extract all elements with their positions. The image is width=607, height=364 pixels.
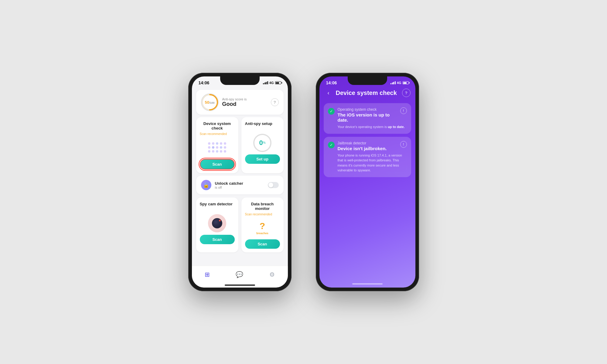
os-check-info-button[interactable]: ! [400,107,407,114]
device-system-scan-button[interactable]: Scan [200,159,235,170]
jailbreak-info-button[interactable]: ! [400,141,407,148]
jailbreak-description: Your phone is running iOS 17.4.1, a vers… [338,153,407,173]
jailbreak-card: ✓ Jailbreak detector Device isn't jailbr… [324,137,411,177]
score-circle: 50/100 [201,93,219,111]
phone-2-screen: 14:06 4G ‹ Device system check ? [319,76,415,288]
status-icons-1: 4G [263,81,281,85]
phone-1-notch [220,76,260,85]
phone-2: 14:06 4G ‹ Device system check ? [316,73,419,291]
device-system-subtitle: Scan recommended [200,132,227,136]
anti-spy-title: Anti-spy setup [245,121,272,126]
os-check-icon: ✓ [328,108,335,115]
home-icon: ⊞ [205,271,210,278]
nav-chat[interactable]: 💬 [236,271,243,278]
time-2: 14:06 [326,80,337,85]
score-info: Anti-spy score is Good [222,97,267,107]
os-check-card: ✓ Operating system check The iOS version… [324,103,411,134]
anti-spy-setup-button[interactable]: Set up [245,154,280,164]
chat-icon: 💬 [236,271,243,278]
jailbreak-icon: ✓ [328,142,335,148]
phone-2-notch [348,76,387,85]
os-check-type: Operating system check [338,107,397,112]
detail-header: ‹ Device system check ? [319,87,415,101]
anti-spy-icon: 0% [252,133,273,153]
spy-cam-title: Spy cam detector [200,202,233,206]
battery-icon-1 [275,81,281,84]
signal-icon [263,81,268,84]
battery-icon-2 [403,81,409,84]
check-cards: ✓ Operating system check The iOS version… [319,101,415,180]
top-cards-grid: Device system check Scan recommended [196,117,284,173]
home-bar-2 [352,283,383,285]
device-system-title: Device system check [200,121,235,130]
unlock-title: Unlock catcher [215,181,264,186]
spy-cam-scan-button[interactable]: Scan [200,235,235,244]
score-card: 50/100 Anti-spy score is Good ? [196,90,284,115]
device-system-card[interactable]: Device system check Scan recommended [196,117,238,173]
time-1: 14:06 [199,80,210,85]
bottom-nav: ⊞ 💬 ⚙ [192,266,288,288]
nav-settings[interactable]: ⚙ [269,271,275,278]
anti-spy-subtitle [245,128,246,131]
home-bar [225,285,255,286]
settings-icon: ⚙ [269,271,275,278]
data-breach-scan-button[interactable]: Scan [245,239,280,249]
data-breach-card[interactable]: Data breach monitor Scan recommended ? b… [241,197,284,252]
score-grade: Good [222,101,267,107]
network-label-1: 4G [269,81,274,85]
anti-spy-card[interactable]: Anti-spy setup 0% Set up [241,117,284,173]
jailbreak-type: Jailbreak detector [338,141,397,145]
data-breach-title: Data breach monitor [245,202,280,211]
detail-help-button[interactable]: ? [402,89,411,97]
phone-1-screen: 14:06 4G [192,76,288,288]
detail-title: Device system check [336,89,399,96]
status-icons-2: 4G [390,81,408,85]
unlock-subtitle: is off [215,186,264,189]
spy-cam-card[interactable]: Spy cam detector Scan [196,197,238,252]
screen-1-scroll: 50/100 Anti-spy score is Good ? Device s… [192,87,288,288]
score-label: Anti-spy score is [222,97,267,101]
os-check-description: Your device's operating system is up to … [338,124,407,130]
back-button[interactable]: ‹ [324,89,333,97]
nav-home[interactable]: ⊞ [205,271,210,278]
score-help-button[interactable]: ? [271,98,279,106]
phone-1: 14:06 4G [188,73,292,291]
unlock-icon: 🔓 [201,180,211,190]
unlock-catcher-card: 🔓 Unlock catcher is off [196,176,284,194]
unlock-toggle[interactable] [268,182,279,188]
data-breach-subtitle: Scan recommended [245,213,272,216]
spy-cam-icon [206,213,228,233]
score-svg [201,93,219,111]
os-check-result: The iOS version is up to date. [338,112,397,123]
bottom-cards-grid: Spy cam detector Scan Data breach monito… [196,197,284,252]
device-system-icon [206,137,228,157]
unlock-info: Unlock catcher is off [215,181,264,189]
network-label-2: 4G [397,81,401,85]
signal-icon-2 [390,81,396,84]
data-breach-icon: ? breaches [252,218,273,238]
jailbreak-result: Device isn't jailbroken. [338,146,397,151]
